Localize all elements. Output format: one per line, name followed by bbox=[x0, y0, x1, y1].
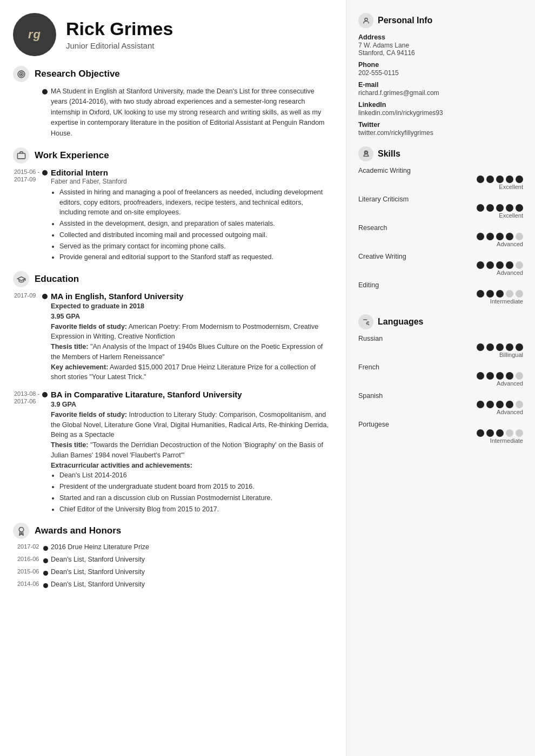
ldot-3-1 bbox=[477, 401, 484, 408]
svg-point-4 bbox=[19, 527, 24, 532]
objective-header: Research Objective bbox=[13, 66, 331, 82]
awards-section: Awards and Honors 2017-02 2016 Drue Hein… bbox=[13, 523, 331, 588]
skill-literary-criticism: Literary Criticism Excellent bbox=[358, 195, 523, 219]
lang-level-1: Billingual bbox=[499, 352, 523, 358]
languages-section: Languages Russian Billingual bbox=[358, 314, 523, 444]
skill-name-4: Creative Writing bbox=[358, 253, 523, 260]
twitter-value: twitter.com/rickyfillygrimes bbox=[358, 129, 523, 137]
lang-dots-line-2 bbox=[477, 372, 523, 380]
objective-dot bbox=[42, 89, 48, 94]
skill-name-2: Literary Criticism bbox=[358, 195, 523, 203]
dot-5-1 bbox=[477, 290, 484, 298]
skill-creative-writing: Creative Writing Advanced bbox=[358, 253, 523, 276]
avatar-initials: rg bbox=[28, 28, 41, 42]
languages-title: Languages bbox=[378, 317, 423, 327]
skills-title: Skills bbox=[378, 149, 400, 159]
ldot-1-1 bbox=[477, 343, 484, 351]
lang-dots-3: Advanced bbox=[358, 401, 523, 415]
lang-french: French Advanced bbox=[358, 363, 523, 387]
work-timeline: 2015-06 -2017-09 Editorial Intern Faber … bbox=[13, 168, 331, 262]
work-icon bbox=[13, 147, 29, 164]
award-dot-3 bbox=[43, 571, 48, 576]
work-bullet-1: Assisted in hiring and managing a pool o… bbox=[59, 187, 331, 218]
languages-header: Languages bbox=[358, 314, 523, 329]
work-bullet-5: Provide general and editorial support to… bbox=[59, 252, 331, 262]
work-entry-body-1: Assisted in hiring and managing a pool o… bbox=[51, 187, 331, 262]
ldot-4-1 bbox=[477, 429, 484, 437]
edu-bullet-3: Started and ran a discussion club on Rus… bbox=[59, 493, 331, 503]
skill-editing: Editing Intermediate bbox=[358, 281, 523, 305]
education-header: Education bbox=[13, 271, 331, 287]
dot-4-2 bbox=[486, 261, 494, 269]
lang-level-4: Intermediate bbox=[490, 437, 523, 444]
dot-2-2 bbox=[486, 204, 494, 212]
edu-dot-1 bbox=[42, 294, 48, 299]
ldot-4-2 bbox=[486, 429, 494, 437]
skill-dots-4: Advanced bbox=[358, 261, 523, 276]
dots-line-3 bbox=[477, 233, 523, 240]
skill-level-5: Intermediate bbox=[490, 298, 523, 305]
phone-label: Phone bbox=[358, 61, 523, 69]
skill-level-3: Advanced bbox=[497, 241, 523, 247]
work-title: Work Experience bbox=[35, 150, 109, 161]
linkedin-label: LinkedIn bbox=[358, 101, 523, 109]
ldot-2-4 bbox=[506, 372, 513, 380]
edu-thesis-label-2: Thesis title: bbox=[51, 441, 88, 449]
personal-info-section: Personal Info Address 7 W. Adams LaneSta… bbox=[358, 13, 523, 137]
lang-level-2: Advanced bbox=[497, 380, 523, 387]
dot-1-5 bbox=[516, 176, 523, 183]
lang-name-3: Spanish bbox=[358, 392, 523, 400]
ldot-3-2 bbox=[486, 401, 494, 408]
ldot-2-3 bbox=[496, 372, 504, 380]
education-item-2: 2013-08 -2017-06 BA in Comparative Litar… bbox=[51, 390, 331, 514]
award-row-2: 2016-06 Dean's List, Stanford University bbox=[51, 556, 331, 563]
email-value: richard.f.grimes@gmail.com bbox=[358, 89, 523, 97]
dot-4-5 bbox=[516, 261, 523, 269]
award-date-1: 2017-02 bbox=[17, 543, 39, 550]
education-timeline: 2017-09 MA in English, Stanford Universi… bbox=[13, 292, 331, 514]
work-date-1: 2015-06 -2017-09 bbox=[14, 168, 39, 184]
edu-date-2: 2013-08 -2017-06 bbox=[14, 390, 39, 406]
skill-dots-3: Advanced bbox=[358, 233, 523, 247]
header-text: Rick Grimes Junior Editorial Assistant bbox=[66, 19, 173, 50]
award-text-1: 2016 Drue Heinz Literature Prize bbox=[51, 543, 149, 551]
dots-line-5 bbox=[477, 290, 523, 298]
ldot-1-2 bbox=[486, 343, 494, 351]
skill-dots-5: Intermediate bbox=[358, 290, 523, 305]
award-date-3: 2015-06 bbox=[17, 568, 39, 575]
skill-academic-writing: Academic Writing Excellent bbox=[358, 167, 523, 190]
skill-research: Research Advanced bbox=[358, 224, 523, 247]
lang-dots-line-4 bbox=[477, 429, 523, 437]
personal-info-header: Personal Info bbox=[358, 13, 523, 28]
skill-level-2: Excellent bbox=[499, 212, 523, 219]
awards-icon bbox=[13, 523, 29, 539]
edu-entry-body-1: Expected to graduate in 2018 3.95 GPA Fa… bbox=[51, 301, 331, 382]
education-icon bbox=[13, 271, 29, 287]
award-dot-4 bbox=[43, 583, 48, 588]
edu-entry-title-2: BA in Comparative Litarature, Stanford U… bbox=[51, 390, 331, 399]
edu-gpa-1: 3.95 GPA bbox=[51, 313, 80, 320]
svg-rect-3 bbox=[17, 153, 25, 159]
skills-icon bbox=[358, 146, 373, 161]
edu-fav-label-1: Favorite fields of study: bbox=[51, 323, 127, 330]
dot-2-3 bbox=[496, 204, 504, 212]
work-bullet-4: Served as the primary contact for incomi… bbox=[59, 241, 331, 252]
education-item-1: 2017-09 MA in English, Stanford Universi… bbox=[51, 292, 331, 382]
work-entry-title-1: Editorial Intern bbox=[51, 168, 331, 177]
phone-block: Phone 202-555-0115 bbox=[358, 61, 523, 77]
avatar: rg bbox=[13, 13, 56, 56]
dot-5-2 bbox=[486, 290, 494, 298]
education-title: Education bbox=[35, 274, 79, 285]
work-experience-section: Work Experience 2015-06 -2017-09 Editori… bbox=[13, 147, 331, 262]
right-column: Personal Info Address 7 W. Adams LaneSta… bbox=[346, 0, 535, 756]
awards-list: 2017-02 2016 Drue Heinz Literature Prize… bbox=[13, 543, 331, 588]
work-entry-org-1: Faber and Faber, Stanford bbox=[51, 178, 331, 185]
dot-4-1 bbox=[477, 261, 484, 269]
lang-dots-4: Intermediate bbox=[358, 429, 523, 444]
lang-dots-line-1 bbox=[477, 343, 523, 351]
edu-bullet-4: Chief Editor of the University Blog from… bbox=[59, 504, 331, 515]
personal-info-title: Personal Info bbox=[378, 16, 432, 25]
dot-2-5 bbox=[516, 204, 523, 212]
lang-dots-line-3 bbox=[477, 401, 523, 408]
lang-dots-1: Billingual bbox=[358, 343, 523, 358]
